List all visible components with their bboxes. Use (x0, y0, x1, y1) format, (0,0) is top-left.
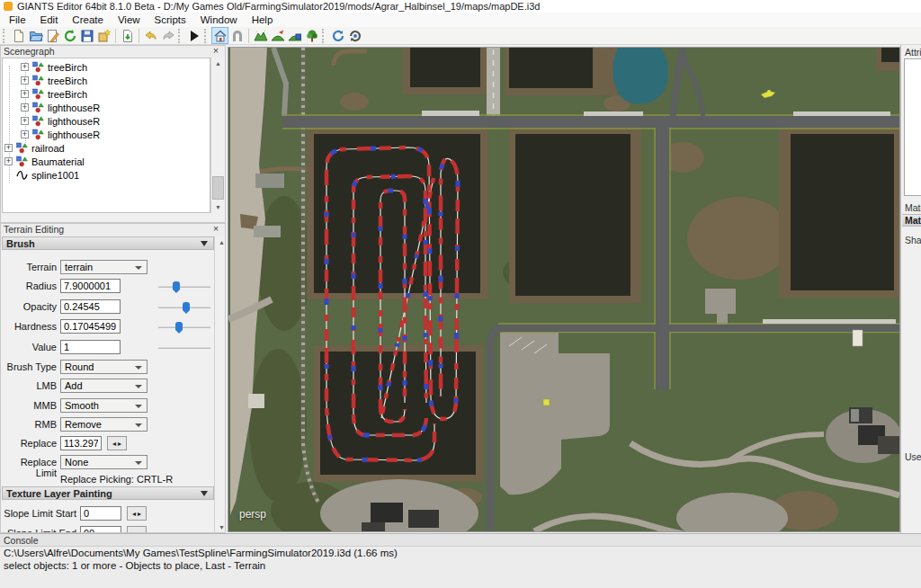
scenegraph-node-lighthouse[interactable]: lighthouseR (3, 101, 100, 114)
terrain-smooth-icon[interactable] (269, 27, 286, 44)
value-slider[interactable] (158, 343, 210, 353)
hardness-input[interactable] (60, 319, 121, 334)
close-icon[interactable] (210, 46, 221, 57)
open-file-icon[interactable] (27, 27, 44, 44)
pier (254, 226, 281, 237)
refresh-icon[interactable] (61, 27, 78, 44)
user-attributes-title: User (905, 451, 921, 462)
opacity-slider[interactable] (158, 302, 210, 313)
scroll-down-icon[interactable] (211, 201, 225, 213)
menu-view[interactable]: View (111, 13, 148, 26)
slope-limit-start-stepper[interactable] (127, 506, 147, 521)
terrain-select[interactable]: terrain (60, 260, 148, 274)
replace-stepper[interactable] (107, 436, 127, 450)
terrain-editing-title: Terrain Editing (1, 224, 225, 236)
expand-icon[interactable] (4, 157, 13, 165)
brush-type-select[interactable]: Round (60, 360, 148, 374)
slope-limit-end-stepper[interactable] (127, 526, 147, 533)
terrain-editing-title-label: Terrain Editing (4, 224, 64, 235)
scenegraph-node-treebirch[interactable]: treeBirch (3, 74, 87, 87)
replace-input[interactable] (60, 436, 102, 450)
expand-icon[interactable] (21, 90, 29, 98)
transform-node-icon (16, 142, 28, 154)
menu-create[interactable]: Create (65, 13, 111, 26)
menu-window[interactable]: Window (193, 13, 245, 26)
menu-help[interactable]: Help (245, 13, 281, 26)
attributes-panel-content[interactable] (904, 58, 921, 196)
map-render (228, 48, 899, 531)
slope-limit-start-input[interactable] (80, 506, 121, 521)
brush-type-label: Brush Type (1, 361, 57, 372)
radius-input[interactable] (60, 279, 121, 293)
node-label: lighthouseR (48, 116, 100, 127)
replace-limit-select[interactable]: None (60, 455, 148, 469)
hardness-row: Hardness (1, 319, 214, 334)
viewport-3d[interactable]: persp (228, 47, 900, 532)
main-toolbar (0, 27, 921, 45)
menu-file[interactable]: File (2, 13, 33, 26)
scroll-thumb[interactable] (212, 176, 224, 200)
terrain-sculpt-icon[interactable] (252, 27, 269, 44)
scenegraph-node-treebirch[interactable]: treeBirch (3, 87, 87, 101)
scenegraph-node-spline[interactable]: spline1001 (3, 168, 79, 182)
material-section-header[interactable]: Mate (902, 214, 921, 227)
scroll-up-icon[interactable] (215, 236, 226, 248)
undo-icon[interactable] (142, 27, 159, 44)
script-settings-icon[interactable] (346, 27, 363, 44)
terrain-panel-scrollbar[interactable] (214, 236, 226, 533)
shared-label: Shar (905, 235, 921, 245)
chevron-down-icon (135, 366, 142, 370)
scenegraph-node-lighthouse[interactable]: lighthouseR (3, 128, 100, 141)
lmb-select[interactable]: Add (60, 379, 148, 393)
scroll-down-icon[interactable] (215, 521, 226, 533)
node-label: lighthouseR (48, 102, 100, 113)
hardness-slider[interactable] (158, 322, 210, 333)
rmb-select[interactable]: Remove (60, 417, 148, 432)
scenegraph-node-treebirch[interactable]: treeBirch (3, 60, 87, 74)
scenegraph-node-railroad[interactable]: railroad (3, 141, 65, 155)
redo-icon[interactable] (159, 27, 176, 44)
radius-label: Radius (1, 281, 57, 291)
scenegraph-tree[interactable]: treeBirch treeBirch treeBirch lighthouse… (2, 58, 210, 213)
chevron-down-icon (135, 385, 142, 388)
texture-layer-painting-header[interactable]: Texture Layer Painting (2, 486, 214, 500)
add-tree-icon[interactable] (303, 27, 320, 44)
node-label: treeBirch (48, 76, 87, 86)
import-icon[interactable] (119, 27, 136, 44)
expand-icon[interactable] (21, 117, 29, 125)
expand-icon[interactable] (21, 76, 29, 85)
expand-icon[interactable] (4, 144, 13, 152)
opacity-input[interactable] (60, 299, 121, 314)
small-building (248, 394, 264, 408)
reload-scripts-icon[interactable] (329, 27, 346, 44)
terrain-paint-icon[interactable] (286, 27, 303, 44)
scenegraph-node-lighthouse[interactable]: lighthouseR (3, 114, 100, 128)
scenegraph-scrollbar[interactable] (210, 58, 225, 213)
mmb-select[interactable]: Smooth (60, 398, 148, 413)
close-icon[interactable] (210, 224, 221, 235)
scenegraph-node-baumaterial[interactable]: Baumaterial (3, 155, 85, 168)
radius-slider[interactable] (158, 281, 210, 292)
transform-node-icon (32, 75, 44, 86)
play-icon[interactable] (185, 27, 202, 44)
expand-icon[interactable] (21, 130, 29, 138)
snap-magnet-icon[interactable] (228, 27, 246, 44)
opacity-row: Opacity (1, 299, 214, 315)
value-input[interactable] (60, 340, 121, 354)
menu-edit[interactable]: Edit (33, 13, 66, 26)
expand-icon[interactable] (21, 103, 29, 111)
home-camera-icon[interactable] (211, 27, 228, 44)
expand-icon[interactable] (21, 63, 29, 71)
chevron-down-icon (135, 423, 142, 427)
save-icon[interactable] (78, 27, 95, 44)
slope-limit-end-input[interactable] (80, 526, 121, 533)
transform-node-icon (32, 61, 44, 73)
brush-section-label: Brush (6, 238, 35, 249)
replace-label: Replace (1, 438, 57, 449)
menu-scripts[interactable]: Scripts (148, 13, 193, 26)
export-icon[interactable] (95, 27, 112, 44)
scroll-up-icon[interactable] (211, 58, 225, 69)
edit-file-icon[interactable] (44, 27, 61, 44)
brush-section-header[interactable]: Brush (2, 236, 214, 250)
new-file-icon[interactable] (10, 27, 27, 44)
